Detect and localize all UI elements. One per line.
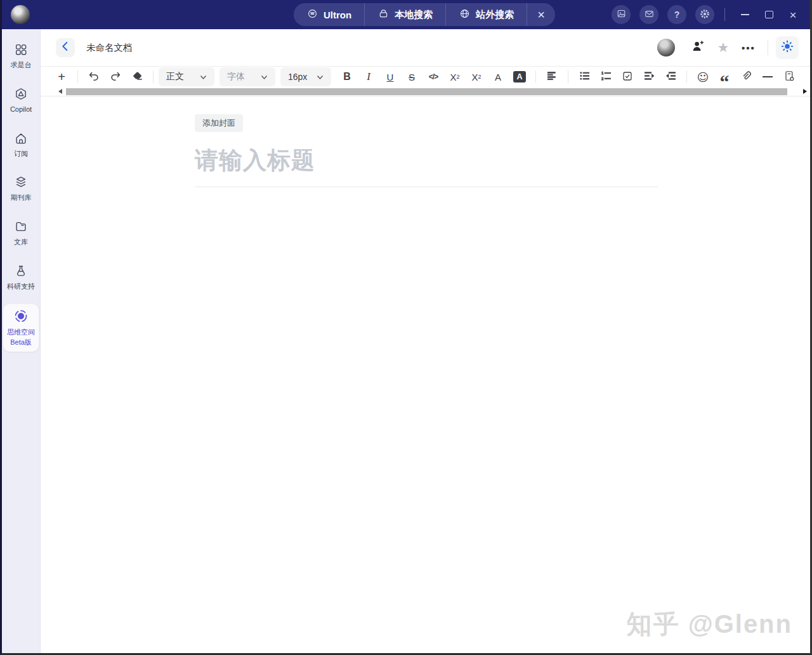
font-size-dropdown[interactable]: 16px bbox=[280, 67, 331, 86]
task-list-button[interactable] bbox=[618, 68, 637, 86]
add-collaborator-button[interactable] bbox=[688, 37, 708, 58]
more-options-button[interactable]: ••• bbox=[738, 37, 759, 58]
titlebar: Ultron 本地搜索 站外搜索 × bbox=[2, 0, 810, 29]
sidebar-item-label: 求是台 bbox=[11, 61, 32, 70]
folder-icon bbox=[14, 220, 28, 236]
tab-ultron[interactable]: Ultron bbox=[294, 3, 364, 26]
back-button[interactable] bbox=[56, 38, 75, 57]
horizontal-rule-button[interactable] bbox=[758, 68, 777, 86]
flask-icon bbox=[14, 264, 28, 281]
numbered-list-button[interactable]: 12 bbox=[596, 68, 615, 86]
sidebar-item-research-support[interactable]: 科研支持 bbox=[3, 260, 39, 296]
undo-icon bbox=[88, 70, 100, 84]
italic-button[interactable]: I bbox=[359, 68, 378, 86]
title-input-placeholder[interactable]: 请输入标题 bbox=[195, 145, 658, 176]
close-icon: × bbox=[789, 9, 796, 21]
horizontal-rule-icon bbox=[763, 76, 773, 77]
toolbar-separator bbox=[686, 70, 687, 83]
sidebar-item-library[interactable]: 文库 bbox=[3, 215, 39, 251]
highlight-color-button[interactable]: A bbox=[510, 68, 529, 86]
doc-options-button[interactable] bbox=[780, 68, 799, 86]
paragraph-style-dropdown[interactable]: 正文 bbox=[159, 67, 214, 86]
copilot-icon bbox=[14, 87, 28, 103]
insert-block-button[interactable]: + bbox=[52, 68, 71, 86]
scrollbar-thumb[interactable] bbox=[66, 88, 787, 95]
minimize-icon bbox=[741, 14, 749, 15]
outdent-icon bbox=[665, 70, 677, 84]
sup-exp: 2 bbox=[457, 74, 460, 80]
tab-label: Ultron bbox=[324, 10, 351, 20]
document-title: 未命名文档 bbox=[86, 42, 133, 54]
grid-icon bbox=[14, 43, 28, 59]
theme-toggle-button[interactable] bbox=[776, 36, 799, 59]
svg-text:1: 1 bbox=[601, 71, 603, 75]
underline-button[interactable]: U bbox=[381, 68, 400, 86]
chevron-left-icon bbox=[58, 39, 72, 56]
superscript-button[interactable]: X2 bbox=[445, 68, 464, 86]
chevron-down-icon bbox=[317, 72, 324, 82]
scroll-left-button[interactable] bbox=[56, 88, 65, 96]
redo-icon bbox=[109, 70, 122, 84]
font-family-value: 字体 bbox=[227, 71, 245, 83]
sidebar-item-copilot[interactable]: Copilot bbox=[3, 83, 39, 119]
bold-button[interactable]: B bbox=[337, 68, 357, 86]
redo-button[interactable] bbox=[106, 68, 125, 86]
sidebar: 求是台 Copilot 订阅 期刊库 bbox=[2, 29, 41, 653]
document-header: 未命名文档 ★ ••• bbox=[41, 29, 810, 66]
tab-local-search[interactable]: 本地搜索 bbox=[365, 3, 445, 26]
search-box-icon bbox=[377, 8, 390, 22]
paragraph-style-value: 正文 bbox=[166, 71, 184, 83]
minimize-button[interactable] bbox=[733, 0, 757, 29]
subscript-button[interactable]: X2 bbox=[467, 68, 486, 86]
sidebar-item-journals[interactable]: 期刊库 bbox=[3, 171, 39, 207]
triangle-right-icon bbox=[803, 89, 807, 94]
horizontal-scrollbar bbox=[41, 87, 810, 96]
formatting-toolbar: + 正 bbox=[41, 66, 810, 87]
chevron-down-icon bbox=[200, 72, 207, 82]
clear-format-button[interactable] bbox=[128, 68, 147, 86]
plus-icon: + bbox=[58, 70, 65, 84]
bullet-list-icon bbox=[579, 70, 591, 84]
scrollbar-track[interactable] bbox=[65, 88, 793, 96]
strikethrough-button[interactable]: S bbox=[402, 68, 421, 86]
editor-canvas[interactable]: 添加封面 请输入标题 知乎 @Glenn bbox=[41, 96, 810, 653]
indent-button[interactable] bbox=[639, 68, 658, 86]
favorite-button[interactable]: ★ bbox=[713, 37, 733, 58]
ellipsis-icon: ••• bbox=[742, 43, 756, 53]
star-icon: ★ bbox=[717, 40, 730, 55]
gear-icon bbox=[699, 8, 710, 22]
mail-button[interactable] bbox=[639, 5, 658, 24]
robot-icon bbox=[306, 8, 318, 22]
settings-button[interactable] bbox=[695, 5, 714, 24]
undo-button[interactable] bbox=[84, 68, 103, 86]
inline-code-button[interactable]: </> bbox=[424, 68, 443, 86]
bullet-list-button[interactable] bbox=[575, 68, 594, 86]
emoji-button[interactable]: ☺ bbox=[693, 68, 712, 86]
sub-base: X bbox=[471, 72, 478, 83]
sidebar-item-mind-space[interactable]: 思维空间 Beta版 bbox=[3, 304, 39, 352]
quote-button[interactable]: “ bbox=[715, 68, 734, 86]
titlebar-separator bbox=[724, 8, 725, 21]
image-button[interactable] bbox=[612, 5, 631, 24]
sun-icon bbox=[780, 39, 794, 56]
font-color-button[interactable]: A bbox=[488, 68, 508, 86]
tab-external-search[interactable]: 站外搜索 bbox=[446, 3, 527, 26]
add-cover-button[interactable]: 添加封面 bbox=[195, 114, 243, 132]
outdent-button[interactable] bbox=[661, 68, 680, 86]
align-button[interactable] bbox=[542, 68, 561, 86]
close-window-button[interactable]: × bbox=[781, 0, 805, 29]
font-family-dropdown[interactable]: 字体 bbox=[219, 67, 275, 86]
maximize-button[interactable] bbox=[757, 0, 781, 29]
help-icon: ? bbox=[674, 10, 680, 20]
layers-icon bbox=[14, 175, 28, 192]
sidebar-item-subscribe[interactable]: 订阅 bbox=[3, 127, 39, 163]
emoji-icon: ☺ bbox=[697, 70, 709, 84]
tab-close-button[interactable]: × bbox=[527, 3, 555, 26]
indent-icon bbox=[643, 70, 655, 84]
scroll-right-button[interactable] bbox=[801, 88, 809, 96]
user-avatar[interactable] bbox=[657, 39, 675, 56]
sidebar-item-qiushitai[interactable]: 求是台 bbox=[3, 38, 39, 74]
help-button[interactable]: ? bbox=[667, 5, 686, 24]
link-button[interactable] bbox=[737, 68, 756, 86]
toolbar-separator bbox=[568, 70, 568, 83]
